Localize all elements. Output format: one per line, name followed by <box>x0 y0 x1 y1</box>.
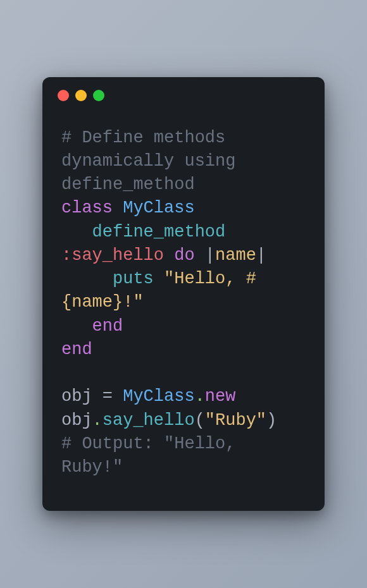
code-token: | <box>256 246 266 265</box>
code-token: define_method <box>92 223 226 242</box>
code-token: | <box>195 246 215 265</box>
code-token: end <box>61 340 92 359</box>
minimize-icon[interactable] <box>75 90 87 101</box>
code-token: :say_hello <box>61 246 164 265</box>
code-token: puts <box>113 269 154 288</box>
code-token: # Output: "Hello, Ruby!" <box>61 434 246 477</box>
code-token: . <box>92 411 103 430</box>
code-token: obj <box>61 387 92 406</box>
code-token: MyClass <box>123 199 194 217</box>
code-token <box>164 246 174 265</box>
code-window: # Define methods dynamically using defin… <box>42 77 325 511</box>
code-block: # Define methods dynamically using defin… <box>42 101 325 511</box>
code-token: end <box>92 317 123 336</box>
code-token <box>61 317 92 336</box>
code-token: "Ruby" <box>205 411 266 430</box>
code-token: MyClass <box>123 387 194 406</box>
window-titlebar <box>42 77 325 101</box>
code-token <box>61 269 113 288</box>
code-token: obj <box>61 411 92 430</box>
code-token: do <box>174 246 194 265</box>
code-token: new <box>205 387 236 406</box>
code-token: name <box>215 246 256 265</box>
code-token: # Define methods dynamically using defin… <box>61 128 246 195</box>
close-icon[interactable] <box>58 90 69 101</box>
code-token: ( <box>195 411 205 430</box>
code-token: ) <box>266 411 277 430</box>
code-token: . <box>195 387 205 406</box>
code-token <box>225 223 235 242</box>
code-token: say_hello <box>103 411 195 430</box>
code-token <box>113 199 123 217</box>
code-token: = <box>92 387 123 406</box>
maximize-icon[interactable] <box>93 90 104 101</box>
code-token: class <box>61 199 113 217</box>
code-token <box>154 269 164 288</box>
code-token <box>61 223 92 242</box>
